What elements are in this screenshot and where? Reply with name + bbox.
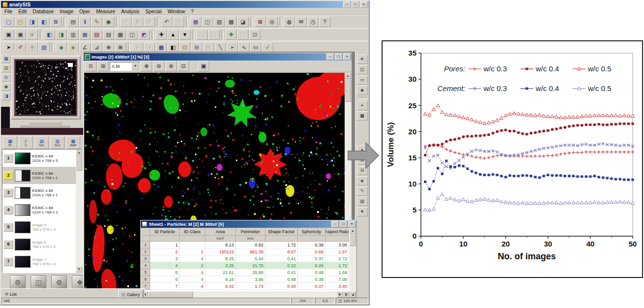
frame-icon[interactable]: ⊡ [249,30,260,40]
info2-icon[interactable]: ▣ [198,61,209,71]
table-row[interactable]: 221190123961.398.070.681.97 [141,248,356,255]
menu-help[interactable]: ? [188,9,197,14]
scroll-right-icon[interactable]: ▶ [337,291,343,298]
image-number-button[interactable]: 6 [3,240,13,249]
menu-edit[interactable]: Edit [15,9,30,14]
import-image-icon[interactable]: ◨ [56,30,67,40]
column-header[interactable]: Perimeter [236,228,265,236]
image-number-button[interactable]: 7 [3,257,13,266]
edit-icon[interactable]: ✎ [91,17,102,27]
microscope-3d-icon[interactable]: ⚙ [10,275,26,289]
grid-view-icon[interactable]: ⊞ [97,61,109,71]
clock-icon[interactable]: ◷ [307,17,319,27]
mag2-icon[interactable]: ◈ [357,86,368,95]
panel-tab-mar[interactable]: ▩MaR [66,136,80,149]
resize-grip-icon[interactable]: ◢ [350,291,356,298]
merge-icon[interactable]: ▧ [91,30,102,40]
app-close-icon[interactable]: × [360,1,367,8]
ruler-icon[interactable]: ⊿ [91,42,102,53]
menu-special[interactable]: Special [142,9,164,14]
db-query-icon[interactable]: ◪ [237,17,249,27]
link-icon[interactable]: ⊠ [255,17,266,27]
scroll-up-icon[interactable]: ▲ [76,150,82,156]
database-icon[interactable]: ▩ [225,17,237,27]
tile-icon[interactable]: ▩ [115,30,126,40]
image-number-button[interactable]: 3 [3,188,13,197]
copy-view-icon[interactable]: ⧉ [85,61,97,71]
count-icon[interactable]: ⊕ [103,42,114,53]
image-number-button[interactable]: 2 [3,171,13,180]
hand-tool-icon[interactable]: ◫ [357,65,368,74]
table-row[interactable]: 3348.255.440.410.372.72 [141,255,356,262]
image-list-item-6[interactable]: 6Image 6768 x 576 x 5 [2,236,76,253]
angle-icon[interactable]: ∠ [79,42,91,53]
layers-icon[interactable]: ▦ [79,30,91,40]
view-icon[interactable]: ◎ [266,17,278,27]
menu-database[interactable]: Database [30,9,57,14]
gallery-icon[interactable]: ▦ [1,55,11,63]
menu-file[interactable]: File [1,9,15,14]
menu-window[interactable]: Window [164,9,188,14]
panel-tab-3c[interactable]: ▦3C [3,136,17,149]
pointer-icon[interactable]: ➤ [3,42,14,53]
list2-icon[interactable]: ▤ [357,197,368,206]
image-number-button[interactable]: 1 [3,154,13,163]
column-header[interactable]: ID Class [180,228,205,236]
add-overlay-icon[interactable]: ✚ [156,30,167,40]
measure-gold-icon[interactable]: ◈ [67,42,79,53]
camera-icon[interactable]: ◉ [103,17,114,27]
panel-tab-fx[interactable]: ƒfx [19,136,33,149]
zoom-mode-combo[interactable]: A.M▼ [110,62,140,71]
diamond-icon[interactable]: ◈ [357,176,368,185]
menu-image[interactable]: Image [57,9,76,14]
save-as-icon[interactable]: ◧ [38,17,50,27]
cam2-icon[interactable]: ◉ [1,83,11,91]
image-list-item-2[interactable]: 2KS30C x 6#1024 x 768 x 1 [2,167,76,184]
search-icon[interactable]: ◍ [284,17,295,27]
info-icon[interactable]: ℹ [79,17,91,27]
scroll-down-icon[interactable]: ▼ [76,266,82,273]
display-icon[interactable]: ◫ [202,17,213,27]
sheet-vscrollbar[interactable]: ▲ [350,228,356,291]
label-icon[interactable]: ⊡ [179,42,191,53]
help-icon[interactable]: ? [319,17,330,27]
image-window-minimize-icon[interactable]: – [326,54,334,60]
marker-icon[interactable]: ✐ [15,42,26,53]
mag-icon[interactable]: ◎ [1,73,11,82]
rect-icon[interactable]: ▭ [250,42,261,53]
table-row[interactable]: 7748.421.730.400.373.40 [141,283,356,290]
duplicate-icon[interactable]: ◫ [127,30,138,40]
image-list-scrollbar[interactable]: ▲ ▼ [76,150,82,273]
scroll-split-icon[interactable]: ◧ [343,291,350,298]
histogram-icon[interactable]: ▧ [214,17,225,27]
panel-tab-dat[interactable]: ▤Dat [34,136,49,149]
sheet-window-minimize-icon[interactable]: – [331,221,339,227]
scroll-up-icon[interactable]: ▲ [345,73,351,79]
zoom-out-icon[interactable]: ⊖ [153,61,164,71]
column-header[interactable]: Aspect Ratio [325,228,349,236]
table-row[interactable]: 4423.2521.750.220.261.72 [141,262,356,269]
polyline-icon[interactable]: ∿ [238,42,250,53]
select-icon[interactable]: ▭ [357,75,368,85]
app-maximize-icon[interactable]: □ [352,1,359,8]
menu-analysis[interactable]: Analysis [118,9,142,14]
gear-3d-icon[interactable]: ⚙ [51,275,67,289]
stack-icon[interactable]: ▥ [67,30,79,40]
image-list-item-7[interactable]: 7Image 7768 x 576 x 3 [2,253,76,270]
sheet-hscrollbar[interactable]: ◀ ▶ ◧ ◢ [141,291,356,298]
measure-green-icon[interactable]: ◈ [56,42,67,53]
sheet-window-close-icon[interactable]: × [348,221,355,227]
pan-icon[interactable]: ⊡ [178,61,189,71]
scroll-thumb[interactable] [350,234,356,246]
image-list-item-5[interactable]: 5Image 5768 x 576 x 3 [2,218,76,236]
image-list-item-4[interactable]: 4KS30C x 6#1024 x 768 x 3 [2,201,76,218]
grid-icon[interactable]: ⊞ [115,42,126,53]
open-icon[interactable]: ◰ [15,17,26,27]
down2-icon[interactable]: ▼ [357,207,368,216]
sheet-icon[interactable]: ▤ [1,64,11,72]
scroll-up-icon[interactable]: ▲ [350,228,356,234]
workstation-3d-icon[interactable]: ◫ [31,275,46,289]
image-window-close-icon[interactable]: × [343,54,351,60]
image-list-item-3[interactable]: 3KS30C x 6#1024 x 768 x 1 [2,184,76,201]
combo-dropdown-icon[interactable]: ▼ [131,62,139,70]
